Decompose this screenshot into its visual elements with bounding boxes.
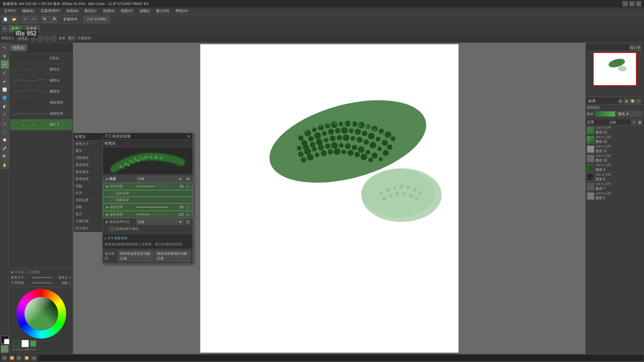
layer-item-10[interactable]: 100 % 正常 图层 10	[586, 154, 644, 163]
tl-end[interactable]: ⏭	[31, 355, 37, 361]
tool-lasso[interactable]: 🔲	[1, 136, 9, 144]
brush-item-saw[interactable]: 锯锯铅笔	[10, 108, 72, 119]
layer-item-6[interactable]: 100 % 正常 图层 6	[586, 191, 644, 201]
apply-each-checkbox[interactable]	[109, 227, 114, 231]
menu-view[interactable]: 视图(V)	[118, 8, 136, 14]
opacity-slider[interactable]	[32, 282, 52, 284]
effect-normal[interactable]: ●	[618, 99, 623, 104]
angle-toggle[interactable]: ⬡	[185, 212, 190, 217]
tool-pointer[interactable]: ↖	[1, 44, 9, 52]
effect-more[interactable]: +	[636, 99, 641, 104]
bs-tip[interactable]: 画笔笔尖	[73, 169, 103, 176]
bs-inout[interactable]: 入锋出锋	[73, 218, 103, 225]
tool-zoom[interactable]: 🔍	[1, 153, 9, 161]
bs-antialias[interactable]: 消除锯齿	[73, 155, 103, 162]
tl-prev[interactable]: ⏪	[9, 355, 15, 361]
layer-item-8[interactable]: 100 % 正常 图层 8	[586, 173, 644, 182]
tool-move[interactable]: ✥	[1, 52, 9, 60]
thumbnail-settings[interactable]: ⚙	[636, 45, 641, 50]
tool-fill[interactable]: 🪣	[1, 94, 9, 102]
tool-eraser[interactable]: ⬜	[1, 85, 9, 94]
layer-item-7[interactable]: 100 % 正常 图层 7	[586, 182, 644, 191]
angle-slider[interactable]	[137, 214, 172, 215]
undo-button[interactable]: ↶	[21, 16, 29, 23]
color-wheel-container[interactable]	[16, 289, 66, 339]
effect-color[interactable]: 🎨	[630, 99, 635, 104]
bs-scatter[interactable]: 散布效果	[73, 176, 103, 183]
tl-next[interactable]: ⏩	[23, 355, 30, 361]
menu-help[interactable]: 帮助(H)	[173, 8, 191, 14]
opacity-shape4[interactable]	[51, 35, 57, 41]
brush-item-effect[interactable]: 画效果线	[10, 97, 72, 108]
tool-brush[interactable]: 🖌	[1, 77, 9, 85]
tool-hand[interactable]: ✋	[1, 161, 9, 169]
foreground-color[interactable]	[1, 336, 9, 344]
foreground-swatch[interactable]	[13, 340, 20, 347]
paper-texture-dropdown[interactable]: 中纹 ▼	[136, 176, 184, 182]
paper-reset-button[interactable]: ⟲	[185, 176, 191, 182]
redo-button[interactable]: ↷	[30, 16, 38, 23]
apply-expand[interactable]: ▶	[105, 220, 109, 224]
menu-file[interactable]: 文件(F)	[1, 8, 19, 14]
apply-method-dropdown[interactable]: 比较 ▼	[136, 219, 184, 225]
layer-opacity[interactable]: 100	[610, 120, 616, 124]
bs-water[interactable]: 重水	[73, 147, 103, 155]
brush-item-g[interactable]: G笔尖	[10, 53, 72, 64]
menu-filter[interactable]: 滤镜(I)	[137, 8, 153, 14]
brush-size-slider[interactable]	[32, 277, 52, 278]
bs-correct[interactable]: 修正	[73, 211, 103, 218]
color-wheel[interactable]	[16, 289, 66, 339]
menu-select[interactable]: 选择(S)	[100, 8, 118, 14]
subtool-panel-close-button[interactable]: ✕	[187, 134, 191, 139]
open-button[interactable]: 📂	[10, 16, 18, 23]
brush-item-round[interactable]: 圆笔尖	[10, 64, 72, 75]
menu-page[interactable]: 页面管理(P)	[38, 8, 63, 14]
canvas[interactable]	[200, 44, 459, 353]
zoom-out-button[interactable]: 🔎	[50, 16, 58, 23]
color-gradient-swatch[interactable]	[595, 111, 615, 117]
tl-play[interactable]: ▶	[16, 355, 22, 361]
show-types-button[interactable]: 显示类别	[105, 251, 116, 261]
color-swatch-green[interactable]	[30, 341, 36, 347]
close-button[interactable]: ✕	[636, 1, 641, 6]
maximize-button[interactable]: □	[629, 1, 635, 6]
tool-text[interactable]: T	[1, 111, 9, 119]
menu-window[interactable]: 窗口(W)	[153, 8, 172, 14]
bs-paper[interactable]: 纸质	[73, 190, 103, 197]
opacity-shape3[interactable]	[44, 35, 50, 41]
new-layer-button[interactable]: +	[631, 120, 637, 125]
menu-layer[interactable]: 图层(L)	[82, 8, 99, 14]
tool-shape[interactable]: △	[1, 119, 9, 127]
minimize-button[interactable]: ─	[623, 1, 628, 6]
tool-pencil[interactable]: ✏	[1, 60, 9, 68]
opacity-stepper[interactable]: ⬡	[68, 281, 71, 285]
layer-item-13[interactable]: 100 % 正常 图层 13	[586, 126, 644, 135]
zoom-in-button[interactable]: 🔍	[41, 16, 49, 23]
color-picker-square[interactable]	[24, 297, 58, 330]
brush-item-ellipse[interactable]: 椭圆笔	[10, 86, 72, 97]
stretch-density-checkbox[interactable]	[110, 198, 114, 202]
bs-shape[interactable]: 画笔形状	[73, 162, 103, 169]
reset-defaults-button[interactable]: 将所有设置还原为默认值	[118, 250, 154, 262]
layer-item-12[interactable]: 100 % 正常 图层 12	[586, 135, 644, 144]
tool-gradient[interactable]: ◧	[1, 102, 9, 110]
density-slider[interactable]	[137, 186, 172, 187]
color-switch[interactable]	[1, 345, 8, 353]
delete-layer-button[interactable]: 🗑	[637, 120, 643, 125]
save-defaults-button[interactable]: 将所有设置储存为默认值	[155, 250, 191, 262]
brush-size-stepper[interactable]: ⬡	[68, 276, 71, 280]
bs-watercolor[interactable]: 水彩边界	[73, 197, 103, 204]
clip-button[interactable]: CLIP 官方网站	[83, 16, 110, 23]
new-file-button[interactable]: 📄	[1, 16, 9, 23]
bs-prevent[interactable]: 防止溢出	[73, 225, 103, 232]
brush-item-leaf[interactable]: 落叶 2	[10, 119, 72, 130]
timeline-track[interactable]	[40, 355, 641, 361]
menu-animation[interactable]: 动画(A)	[63, 8, 81, 14]
reverse-density-checkbox[interactable]	[110, 191, 114, 196]
menu-edit[interactable]: 编辑(E)	[19, 8, 37, 14]
angle-expand[interactable]: ▶	[105, 212, 110, 217]
tl-start[interactable]: ⏮	[1, 355, 7, 361]
scale-slider[interactable]	[137, 206, 172, 208]
effect-layer[interactable]: ◈	[624, 99, 629, 104]
density-toggle[interactable]: ⬡	[185, 184, 190, 189]
